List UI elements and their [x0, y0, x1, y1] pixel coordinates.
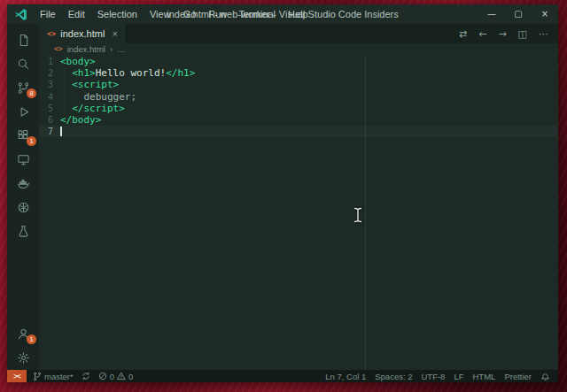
- extensions-badge: 1: [27, 136, 36, 146]
- kubernetes-icon: [17, 201, 30, 214]
- code-token: <script>: [60, 79, 119, 90]
- activity-item-docker[interactable]: [7, 172, 39, 196]
- text-caret: [60, 127, 62, 136]
- desktop: { "colors": { "accent_green": "#3bdf9a",…: [0, 0, 567, 392]
- code-token: Hello world!: [96, 67, 166, 79]
- menu-help[interactable]: Help: [282, 4, 315, 24]
- activity-item-kubernetes[interactable]: [7, 196, 39, 219]
- remote-icon: ><: [13, 373, 20, 380]
- run-debug-icon: [17, 105, 30, 119]
- activity-item-settings[interactable]: [7, 346, 39, 370]
- menu-view[interactable]: View: [144, 4, 177, 24]
- warnings-icon: [117, 372, 126, 380]
- breadcrumb-separator: ›: [110, 44, 113, 54]
- code-editor[interactable]: 1 <body> 2 <h1>Hello world!</h1> 3 <scri…: [39, 55, 558, 370]
- code-token: </script>: [60, 103, 125, 114]
- beaker-icon: [17, 225, 30, 238]
- explorer-icon: [17, 34, 30, 47]
- docker-icon: [17, 177, 30, 190]
- code-line-6[interactable]: 6 </body>: [39, 114, 558, 126]
- open-changes-icon[interactable]: ⇄: [459, 28, 467, 40]
- errors-icon: [98, 372, 107, 380]
- tab-close-icon[interactable]: ×: [112, 28, 117, 39]
- status-bar: >< master* 0: [7, 370, 558, 382]
- status-sync[interactable]: [82, 372, 90, 380]
- tab-index-html[interactable]: <> index.html ×: [39, 24, 127, 43]
- nav-forward-icon[interactable]: →: [498, 28, 506, 40]
- code-token: </body>: [60, 114, 101, 126]
- html-file-icon: <>: [47, 29, 56, 38]
- status-line-col[interactable]: Ln 7, Col 1: [325, 372, 366, 381]
- notifications-bell[interactable]: [540, 372, 550, 381]
- menu-selection[interactable]: Selection: [91, 4, 144, 24]
- warnings-count: 0: [128, 372, 133, 381]
- vscode-insiders-logo-icon: [14, 8, 27, 21]
- activity-item-source-control[interactable]: 8: [7, 76, 39, 100]
- activity-item-explorer[interactable]: [7, 28, 39, 52]
- more-actions-icon[interactable]: ⋯: [539, 28, 548, 40]
- errors-count: 0: [110, 372, 114, 381]
- line-number[interactable]: 5: [39, 104, 53, 113]
- branch-label: master*: [44, 372, 74, 381]
- activity-item-extensions[interactable]: 1: [7, 124, 39, 148]
- code-token: debugger;: [60, 91, 136, 103]
- breadcrumb-file-icon: <>: [54, 45, 63, 53]
- code-line-4[interactable]: 4 debugger;: [39, 91, 558, 103]
- status-indentation[interactable]: Spaces: 2: [375, 372, 412, 381]
- source-control-badge: 8: [27, 88, 36, 98]
- maximize-button[interactable]: ▢: [505, 4, 532, 24]
- git-branch-icon: [33, 372, 42, 381]
- breadcrumb-file[interactable]: index.html: [67, 44, 105, 54]
- code-line-3[interactable]: 3 <script>: [39, 79, 558, 90]
- mouse-ibeam-cursor: [353, 207, 363, 223]
- activity-item-run-debug[interactable]: [7, 100, 39, 124]
- minimize-button[interactable]: —: [478, 4, 505, 24]
- breadcrumb-more[interactable]: …: [117, 44, 126, 54]
- title-bar: File Edit Selection View Go Run Terminal…: [7, 4, 558, 24]
- code-line-1[interactable]: 1 <body>: [39, 56, 558, 67]
- tab-label: index.html: [60, 28, 105, 39]
- search-icon: [17, 58, 30, 71]
- editor-tab-bar: <> index.html × ⇄ ← → ◫ ⋯: [39, 24, 558, 43]
- code-line-5[interactable]: 5 </script>: [39, 103, 558, 114]
- line-number[interactable]: 6: [39, 115, 53, 125]
- activity-bar: 8 1: [7, 24, 39, 370]
- code-token: </h1>: [166, 67, 195, 79]
- sync-icon: [82, 372, 90, 380]
- menu-go[interactable]: Go: [177, 4, 203, 24]
- breadcrumb[interactable]: <> index.html › …: [39, 43, 558, 55]
- line-number[interactable]: 4: [39, 92, 53, 102]
- bell-icon: [540, 372, 550, 381]
- code-token: <h1>: [60, 67, 96, 79]
- line-number[interactable]: 3: [39, 80, 53, 89]
- menu-bar: File Edit Selection View Go Run Terminal…: [34, 4, 315, 24]
- activity-item-accounts[interactable]: 1: [7, 322, 39, 346]
- split-editor-icon[interactable]: ◫: [518, 28, 527, 40]
- remote-explorer-icon: [17, 153, 30, 166]
- status-branch[interactable]: master*: [33, 372, 74, 381]
- line-number[interactable]: 7: [39, 127, 53, 136]
- code-line-2[interactable]: 2 <h1>Hello world!</h1>: [39, 67, 558, 79]
- close-button[interactable]: ×: [532, 4, 558, 24]
- menu-terminal[interactable]: Terminal: [233, 4, 283, 24]
- remote-window-indicator[interactable]: ><: [7, 370, 27, 382]
- status-encoding[interactable]: UTF-8: [421, 372, 445, 381]
- code-line-7[interactable]: 7: [39, 126, 558, 137]
- activity-item-testing[interactable]: [7, 219, 39, 243]
- status-formatter[interactable]: Prettier: [504, 372, 532, 381]
- menu-run[interactable]: Run: [202, 4, 232, 24]
- editor-actions: ⇄ ← → ◫ ⋯: [459, 24, 558, 43]
- activity-item-search[interactable]: [7, 52, 39, 76]
- nav-back-icon[interactable]: ←: [478, 28, 486, 40]
- status-eol[interactable]: LF: [454, 372, 463, 381]
- status-language[interactable]: HTML: [473, 372, 496, 381]
- gear-icon: [17, 351, 30, 365]
- menu-edit[interactable]: Edit: [62, 4, 91, 24]
- code-token: <body>: [60, 56, 96, 67]
- line-number[interactable]: 2: [39, 68, 53, 78]
- line-number[interactable]: 1: [39, 57, 53, 66]
- activity-item-remote-explorer[interactable]: [7, 148, 39, 172]
- vscode-window: File Edit Selection View Go Run Terminal…: [7, 4, 558, 382]
- status-problems[interactable]: 0 0: [98, 372, 134, 381]
- menu-file[interactable]: File: [34, 4, 62, 24]
